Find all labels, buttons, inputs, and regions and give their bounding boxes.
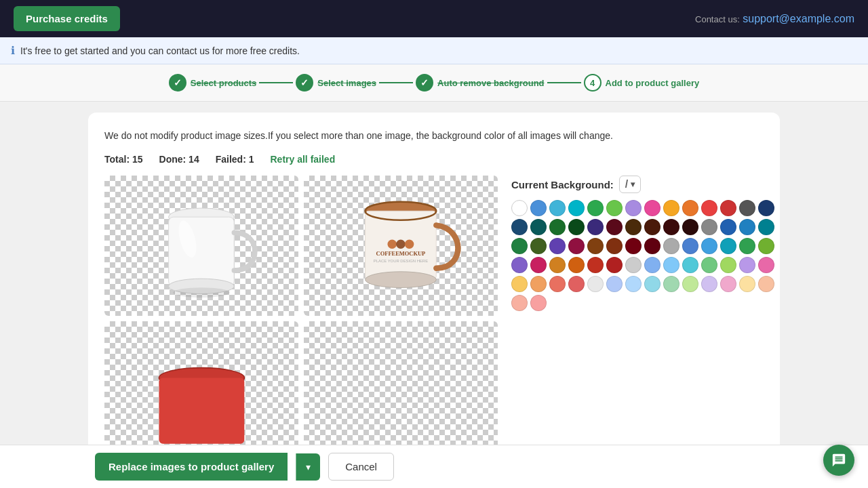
color-option[interactable] [758,276,774,292]
color-option[interactable] [511,200,528,216]
color-option[interactable] [682,219,698,235]
color-option[interactable] [530,200,547,216]
color-option[interactable] [549,200,566,216]
step-2-label: Select images [317,78,376,88]
svg-text:PLACE YOUR DESIGN HERE: PLACE YOUR DESIGN HERE [374,260,428,264]
step-4-label: Add to product gallery [606,78,700,88]
color-option[interactable] [511,238,528,254]
color-option[interactable] [701,276,717,292]
color-option[interactable] [530,219,547,235]
color-option[interactable] [663,257,679,273]
replace-dropdown-button[interactable]: ▾ [296,453,320,481]
color-option[interactable] [606,200,623,216]
color-option[interactable] [549,219,566,235]
color-option[interactable] [568,219,585,235]
color-option[interactable] [606,276,623,292]
cancel-button[interactable]: Cancel [328,453,394,481]
color-option[interactable] [530,295,547,311]
color-option[interactable] [530,238,547,254]
color-option[interactable] [568,276,585,292]
step-2-check: ✓ [296,74,313,92]
color-option[interactable] [606,238,623,254]
contact-email-link[interactable]: support@example.com [743,13,854,24]
color-option[interactable] [549,257,566,273]
color-option[interactable] [758,238,774,254]
contact-prefix: Contact us: [695,14,740,24]
color-option[interactable] [587,219,604,235]
contact-info: Contact us: support@example.com [695,13,854,25]
color-option[interactable] [663,276,679,292]
step-3-label: Auto remove background [437,78,544,88]
color-option[interactable] [682,257,698,273]
color-option[interactable] [625,200,642,216]
color-option[interactable] [701,200,717,216]
color-option[interactable] [720,257,736,273]
color-option[interactable] [682,200,698,216]
mug-image-1 [138,182,264,308]
color-option[interactable] [682,276,698,292]
current-bg-preview[interactable]: / ▾ [619,176,641,193]
color-option[interactable] [606,257,623,273]
color-option[interactable] [587,257,604,273]
color-option[interactable] [587,238,604,254]
color-option[interactable] [758,219,774,235]
chat-support-button[interactable] [823,445,854,476]
chevron-down-icon: ▾ [306,462,311,472]
step-1: ✓ Select products [169,74,257,92]
connector-1 [259,82,293,83]
color-option[interactable] [739,238,755,254]
color-option[interactable] [530,276,547,292]
color-option[interactable] [549,276,566,292]
color-option[interactable] [720,238,736,254]
retry-all-failed-link[interactable]: Retry all failed [271,154,336,165]
color-option[interactable] [625,276,642,292]
color-option[interactable] [568,238,585,254]
color-option[interactable] [625,257,642,273]
color-option[interactable] [644,276,660,292]
svg-rect-15 [159,378,244,443]
color-option[interactable] [701,257,717,273]
color-option[interactable] [625,238,642,254]
color-option[interactable] [644,219,660,235]
color-option[interactable] [758,200,774,216]
color-option[interactable] [739,257,755,273]
color-option[interactable] [720,276,736,292]
color-option[interactable] [511,257,528,273]
main-card: We do not modify product image sizes.If … [88,113,780,477]
svg-rect-1 [169,217,235,286]
color-option[interactable] [606,219,623,235]
color-option[interactable] [587,276,604,292]
color-option[interactable] [720,219,736,235]
replace-images-button[interactable]: Replace images to product gallery [95,453,288,481]
color-option[interactable] [587,200,604,216]
color-option[interactable] [663,219,679,235]
failed-value: 1 [249,154,254,165]
color-option[interactable] [663,200,679,216]
color-option[interactable] [511,219,528,235]
color-option[interactable] [644,238,660,254]
color-option[interactable] [758,257,774,273]
color-option[interactable] [511,295,528,311]
color-option[interactable] [663,238,679,254]
step-1-label: Select products [191,78,257,88]
color-option[interactable] [568,257,585,273]
color-option[interactable] [739,276,755,292]
color-option[interactable] [644,200,660,216]
color-option[interactable] [568,200,585,216]
color-option[interactable] [549,238,566,254]
color-option[interactable] [720,200,736,216]
color-option[interactable] [625,219,642,235]
image-cell-2: COFFEEMOCKUP PLACE YOUR DESIGN HERE [304,176,498,316]
color-option[interactable] [739,200,755,216]
color-option[interactable] [739,219,755,235]
color-option[interactable] [701,238,717,254]
color-option[interactable] [530,257,547,273]
color-panel: Current Background: / ▾ [511,176,774,461]
color-option[interactable] [644,257,660,273]
color-option[interactable] [511,276,528,292]
info-bar: ℹ It's free to get started and you can c… [0,37,868,64]
color-option[interactable] [701,219,717,235]
purchase-credits-button[interactable]: Purchase credits [14,6,120,31]
color-option[interactable] [682,238,698,254]
steps-bar: ✓ Select products ✓ Select images ✓ Auto… [0,64,868,102]
